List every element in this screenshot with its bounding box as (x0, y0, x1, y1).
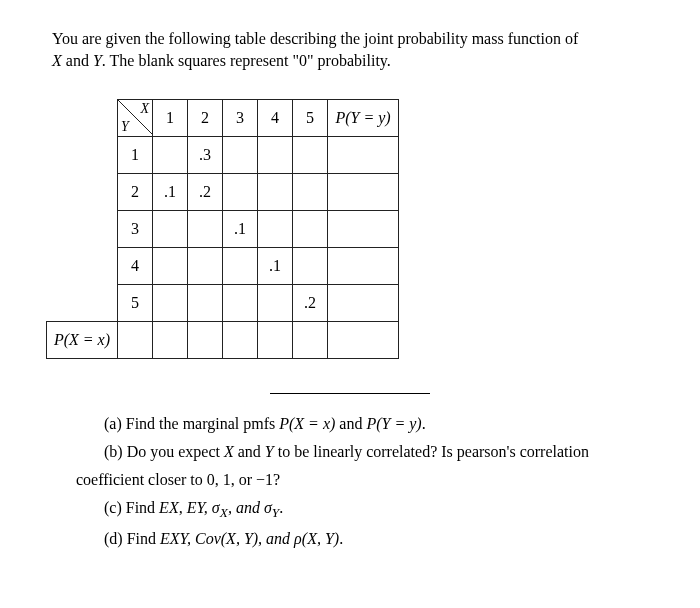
table-row: 3 .1 (47, 211, 399, 248)
px-label-cell: P(X = x) (47, 322, 118, 359)
corner-x-label: X (140, 101, 149, 117)
qb-mid: and (234, 443, 265, 460)
cell (293, 174, 328, 211)
var-y: Y (93, 52, 102, 69)
px-cell (258, 322, 293, 359)
col-header: 2 (188, 100, 223, 137)
table-row: 5 .2 (47, 285, 399, 322)
qd-pre: (d) Find (104, 530, 160, 547)
blank-left (47, 285, 118, 322)
py-cell (328, 137, 399, 174)
qb-pre: (b) Do you expect (104, 443, 224, 460)
py-header: P(Y = y) (328, 100, 399, 137)
blank-left (47, 211, 118, 248)
py-header-text: P(Y = y) (335, 109, 390, 126)
intro-line1: You are given the following table descri… (52, 30, 578, 47)
px-cell (223, 322, 258, 359)
blank-corner-left (47, 100, 118, 137)
py-cell (328, 174, 399, 211)
intro-rest: . The blank squares represent "0" probab… (102, 52, 391, 69)
qd-post: . (339, 530, 343, 547)
row-header: 1 (118, 137, 153, 174)
qc-post: . (279, 499, 283, 516)
intro-and: and (62, 52, 93, 69)
cell (293, 137, 328, 174)
cell: .2 (188, 174, 223, 211)
row-header: 4 (118, 248, 153, 285)
blank-left (47, 174, 118, 211)
qa-py: P(Y = y) (366, 415, 421, 432)
cell (153, 211, 188, 248)
px-row: P(X = x) (47, 322, 399, 359)
table-row: 1 .3 (47, 137, 399, 174)
cell (223, 174, 258, 211)
jpmf-table: X Y 1 2 3 4 5 P(Y = y) 1 .3 (46, 99, 399, 359)
question-b-line2: coefficient closer to 0, 1, or −1? (76, 468, 648, 492)
px-py-corner (328, 322, 399, 359)
cell (188, 211, 223, 248)
row-header: 5 (118, 285, 153, 322)
cell (293, 211, 328, 248)
question-d: (d) Find EXY, Cov(X, Y), and ρ(X, Y). (76, 527, 648, 551)
qa-post: . (422, 415, 426, 432)
qc-pre: (c) Find (104, 499, 159, 516)
px-label-text: P(X = x) (54, 331, 110, 348)
qc-items: EX, EY, σX, and σY (159, 499, 279, 516)
cell (188, 248, 223, 285)
cell (223, 137, 258, 174)
cell: .3 (188, 137, 223, 174)
blank-left (47, 248, 118, 285)
qb-y: Y (265, 443, 274, 460)
qa-mid: and (335, 415, 366, 432)
col-header: 3 (223, 100, 258, 137)
cell (293, 248, 328, 285)
blank-left (47, 137, 118, 174)
intro-text: You are given the following table descri… (52, 28, 648, 71)
py-cell (328, 211, 399, 248)
cell (223, 285, 258, 322)
question-b-line1: (b) Do you expect X and Y to be linearly… (76, 440, 648, 464)
question-a: (a) Find the marginal pmfs P(X = x) and … (76, 412, 648, 436)
cell (153, 248, 188, 285)
cell (258, 211, 293, 248)
cell: .1 (223, 211, 258, 248)
cell (258, 285, 293, 322)
question-c: (c) Find EX, EY, σX, and σY. (76, 496, 648, 523)
qb-x: X (224, 443, 234, 460)
row-header: 2 (118, 174, 153, 211)
cell: .2 (293, 285, 328, 322)
qa-pre: (a) Find the marginal pmfs (104, 415, 279, 432)
questions-block: (a) Find the marginal pmfs P(X = x) and … (52, 412, 648, 551)
px-cell (293, 322, 328, 359)
cell (153, 285, 188, 322)
py-cell (328, 248, 399, 285)
row-header: 3 (118, 211, 153, 248)
table-row: 4 .1 (47, 248, 399, 285)
qb-rest: to be linearly correlated? Is pearson's … (274, 443, 589, 460)
xy-corner-cell: X Y (118, 100, 153, 137)
col-header: 1 (153, 100, 188, 137)
px-cell (153, 322, 188, 359)
table-row: 2 .1 .2 (47, 174, 399, 211)
cell (258, 174, 293, 211)
cell (188, 285, 223, 322)
corner-y-label: Y (121, 119, 129, 135)
cell: .1 (153, 174, 188, 211)
qa-px: P(X = x) (279, 415, 335, 432)
page: You are given the following table descri… (0, 0, 700, 551)
var-x: X (52, 52, 62, 69)
px-blank-under-corner (118, 322, 153, 359)
cell (258, 137, 293, 174)
cell: .1 (258, 248, 293, 285)
table-header-row: X Y 1 2 3 4 5 P(Y = y) (47, 100, 399, 137)
divider-line (270, 393, 430, 394)
cell (223, 248, 258, 285)
jpmf-table-wrap: X Y 1 2 3 4 5 P(Y = y) 1 .3 (46, 99, 648, 359)
col-header: 4 (258, 100, 293, 137)
py-cell (328, 285, 399, 322)
qd-items: EXY, Cov(X, Y), and ρ(X, Y) (160, 530, 339, 547)
cell (153, 137, 188, 174)
col-header: 5 (293, 100, 328, 137)
px-cell (188, 322, 223, 359)
